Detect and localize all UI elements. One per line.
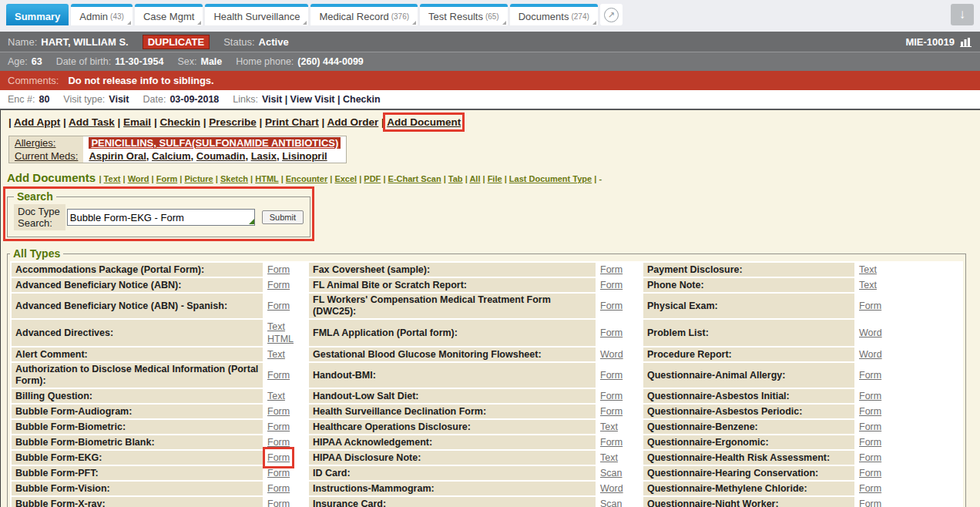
doc-link-form[interactable]: Form xyxy=(600,436,623,448)
tab-medical-record[interactable]: Medical Record(376) xyxy=(310,4,418,25)
doc-link-form[interactable]: Form xyxy=(859,482,881,495)
type-link-all[interactable]: All xyxy=(469,174,480,183)
download-button[interactable]: ↓ xyxy=(951,4,974,25)
type-link-encounter[interactable]: Encounter xyxy=(286,174,327,183)
tab-label: Summary xyxy=(15,11,60,22)
doc-link-word[interactable]: Word xyxy=(600,482,623,495)
med-link-calcium[interactable]: Calcium xyxy=(152,150,191,162)
doc-link-form[interactable]: Form xyxy=(600,390,623,402)
doc-link-scan[interactable]: Scan xyxy=(600,498,623,507)
tab-summary[interactable]: Summary xyxy=(6,4,69,25)
allergies-link[interactable]: Allergies: xyxy=(15,137,55,149)
doc-link-form[interactable]: Form xyxy=(859,405,881,418)
action-link-checkin[interactable]: Checkin xyxy=(159,116,200,128)
action-link-add-order[interactable]: Add Order xyxy=(327,116,379,128)
doc-link-text[interactable]: Text xyxy=(859,264,877,276)
table-row: Bubble Form-Biometric Blank:FormHIPAA Ac… xyxy=(12,435,962,449)
type-link-e-chart-scan[interactable]: E-Chart Scan xyxy=(388,174,441,183)
tab-health-surveillance[interactable]: Health Surveillance xyxy=(205,4,308,25)
encounter-link-visit[interactable]: Visit xyxy=(262,94,282,105)
external-link-button[interactable]: ↗ xyxy=(600,4,623,25)
collapse-toggle[interactable]: - xyxy=(599,174,602,183)
tab-label: Health Surveillance xyxy=(213,11,300,22)
type-link-file[interactable]: File xyxy=(488,174,502,183)
encounter-bar: Enc #: 80 Visit type: Visit Date: 03-09-… xyxy=(0,90,980,110)
doc-link-form[interactable]: Form xyxy=(267,452,290,464)
doc-link-text[interactable]: Text xyxy=(600,452,618,464)
tab-documents[interactable]: Documents(274) xyxy=(510,4,598,25)
action-link-prescribe[interactable]: Prescribe xyxy=(209,116,257,128)
doc-link-form[interactable]: Form xyxy=(859,498,881,507)
doc-link-form[interactable]: Form xyxy=(859,300,881,312)
encounter-link-view-visit[interactable]: View Visit xyxy=(290,94,335,105)
doc-link-form[interactable]: Form xyxy=(267,264,290,276)
doc-link-form[interactable]: Form xyxy=(859,390,881,402)
type-link-word[interactable]: Word xyxy=(128,174,149,183)
type-link-excel[interactable]: Excel xyxy=(334,174,357,183)
doc-link-form[interactable]: Form xyxy=(859,452,881,464)
type-link-text[interactable]: Text xyxy=(104,174,121,183)
bar-chart-icon[interactable] xyxy=(960,37,972,47)
doc-link-scan[interactable]: Scan xyxy=(600,467,623,479)
doc-link-form[interactable]: Form xyxy=(267,369,290,381)
action-link-print-chart[interactable]: Print Chart xyxy=(265,116,319,128)
encounter-link-checkin[interactable]: Checkin xyxy=(343,94,381,105)
med-link-aspirin-oral[interactable]: Aspirin Oral xyxy=(89,150,146,162)
type-link-picture[interactable]: Picture xyxy=(184,174,213,183)
doc-link-form[interactable]: Form xyxy=(267,279,290,291)
action-link-add-appt[interactable]: Add Appt xyxy=(14,116,60,128)
doc-link-form[interactable]: Form xyxy=(267,300,290,312)
doc-link-word[interactable]: Word xyxy=(859,348,882,361)
type-link-tab[interactable]: Tab xyxy=(448,174,463,183)
med-link-lasix[interactable]: Lasix xyxy=(251,150,277,162)
doc-link-form[interactable]: Form xyxy=(267,405,290,418)
tab-case-mgmt[interactable]: Case Mgmt xyxy=(135,4,203,25)
doc-link-text[interactable]: Text xyxy=(600,421,618,433)
doc-type-search-input[interactable] xyxy=(67,209,255,226)
doc-type-label: Bubble Form-PFT: xyxy=(12,466,263,480)
doc-link-word[interactable]: Word xyxy=(600,348,623,361)
doc-link-form[interactable]: Form xyxy=(600,279,623,291)
doc-link-text[interactable]: Text xyxy=(267,390,285,402)
doc-link-text[interactable]: Text xyxy=(859,279,877,291)
current-meds-link[interactable]: Current Meds: xyxy=(15,150,78,162)
table-row: Advanced Directives:TextHTMLFMLA Applica… xyxy=(12,320,962,346)
doc-link-form[interactable]: Form xyxy=(859,421,881,433)
doc-link-form[interactable]: Form xyxy=(267,436,290,448)
doc-link-html[interactable]: HTML xyxy=(267,333,294,345)
action-link-add-task[interactable]: Add Task xyxy=(69,116,115,128)
doc-link-form[interactable]: Form xyxy=(600,369,623,381)
doc-link-form[interactable]: Form xyxy=(267,482,290,495)
submit-button[interactable]: Submit xyxy=(262,210,304,224)
action-link-add-document[interactable]: Add Document xyxy=(387,116,461,128)
doc-link-form[interactable]: Form xyxy=(859,436,881,448)
allergy-value-link[interactable]: PENICILLINS, SULFA(SULFONAMIDE ANTIBIOTI… xyxy=(89,137,341,149)
doc-link-form[interactable]: Form xyxy=(267,467,290,479)
tab-test-results[interactable]: Test Results(65) xyxy=(420,4,508,25)
type-link-last-document-type[interactable]: Last Document Type xyxy=(509,174,592,183)
doc-type-label: Handout-Low Salt Diet: xyxy=(309,389,596,403)
doc-type-label: Health Surveillance Declination Form: xyxy=(309,405,596,418)
doc-link-form[interactable]: Form xyxy=(600,264,623,276)
type-link-pdf[interactable]: PDF xyxy=(364,174,381,183)
visit-type-label: Visit type: xyxy=(63,94,105,105)
type-link-form[interactable]: Form xyxy=(156,174,178,183)
doc-link-form[interactable]: Form xyxy=(600,327,623,339)
doc-type-label: Questionnaire-Night Worker: xyxy=(643,497,854,507)
med-link-coumadin[interactable]: Coumadin xyxy=(196,150,246,162)
doc-link-form[interactable]: Form xyxy=(600,405,623,418)
med-link-lisinopril[interactable]: Lisinopril xyxy=(282,150,327,162)
type-link-html[interactable]: HTML xyxy=(255,174,278,183)
doc-link-text[interactable]: Text xyxy=(267,321,285,333)
doc-link-form[interactable]: Form xyxy=(859,467,881,479)
doc-link-form[interactable]: Form xyxy=(859,369,881,381)
doc-link-word[interactable]: Word xyxy=(859,327,882,339)
tab-admin[interactable]: Admin(43) xyxy=(71,4,133,25)
table-row: Accommodations Package (Portal Form):For… xyxy=(12,263,962,277)
doc-link-form[interactable]: Form xyxy=(267,498,290,507)
doc-link-text[interactable]: Text xyxy=(267,348,285,361)
doc-link-form[interactable]: Form xyxy=(267,421,290,433)
action-link-email[interactable]: Email xyxy=(123,116,151,128)
type-link-sketch[interactable]: Sketch xyxy=(220,174,248,183)
doc-link-form[interactable]: Form xyxy=(600,300,623,312)
